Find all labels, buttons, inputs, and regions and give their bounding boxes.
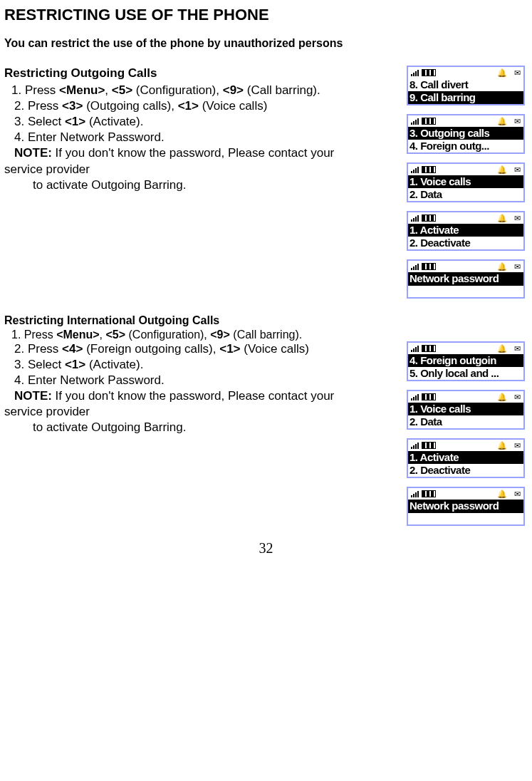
phone-statusbar: 🔔 ✉ [408,115,523,127]
mail-icon: ✉ [514,118,521,125]
menu-list: 4. Foreign outgoin5. Only local and ... [408,354,523,380]
mail-icon: ✉ [514,214,521,222]
status-left [411,490,436,497]
bell-icon: 🔔 [497,166,507,174]
mail-icon: ✉ [514,263,521,271]
bell-icon: 🔔 [497,442,507,450]
status-right: 🔔 ✉ [497,118,521,125]
text: , [100,329,106,341]
battery-icon [422,490,436,497]
section2-note-line2: service provider [4,404,401,420]
intro-text: You can restrict the use of the phone by… [4,37,528,50]
phone-screen: 🔔 ✉ 1. Activate2. Deactivate [407,438,525,478]
key-9: <9> [210,329,230,341]
signal-icon [411,393,419,400]
note-label: NOTE: [14,146,52,160]
page-number: 32 [4,540,528,557]
status-left [411,345,436,352]
status-left [411,263,436,270]
section2-heading: Restricting International Outgoing Calls [4,314,528,327]
signal-icon [411,490,419,497]
note-text: If you don't know the password, Please c… [52,389,334,403]
section1-step4: 4. Enter Network Password. [14,130,401,145]
text: (Call barring). [230,329,302,341]
signal-icon [411,442,419,449]
status-right: 🔔 ✉ [497,263,521,271]
text: 3. Select [14,115,65,128]
battery-icon [422,214,436,222]
page-title: RESTRICTING USE OF THE PHONE [4,6,528,24]
signal-icon [411,263,419,270]
key-9: <9> [223,83,244,97]
menu-list: 1. Activate2. Deactivate [408,224,523,249]
key-1: <1> [65,358,85,371]
section1-note-line1: NOTE: If you don't know the password, Pl… [14,145,401,161]
status-right: 🔔 ✉ [497,214,521,222]
status-right: 🔔 ✉ [497,393,521,401]
status-left [411,393,436,400]
text: (Configuration), [132,83,223,97]
section2-step3: 3. Select <1> (Activate). [14,357,401,373]
status-right: 🔔 ✉ [497,166,521,174]
text: 1. Press [11,329,56,341]
menu-item: 3. Outgoing calls [408,127,523,140]
text: (Activate). [85,115,143,128]
signal-icon [411,166,419,173]
key-1: <1> [178,99,199,113]
text: (Activate). [85,358,143,371]
mail-icon: ✉ [514,345,521,353]
menu-list: 3. Outgoing calls4. Foreign outg... [408,127,523,152]
section2-screens: 🔔 ✉ 4. Foreign outgoin5. Only local and … [407,341,528,526]
text: 1. Press [11,83,59,97]
key-4: <4> [62,342,83,356]
phone-statusbar: 🔔 ✉ [408,488,523,500]
section1-step2: 2. Press <3> (Outgoing calls), <1> (Voic… [14,98,401,114]
key-5: <5> [112,83,132,97]
menu-item: 1. Activate [408,224,523,237]
mail-icon: ✉ [514,490,521,498]
battery-icon [422,118,436,125]
text: (Voice calls) [241,342,309,356]
key-1: <1> [65,115,85,128]
signal-icon [411,214,419,222]
section1-text: Restricting Outgoing Calls 1. Press <Men… [4,66,401,193]
bell-icon: 🔔 [497,214,507,222]
mail-icon: ✉ [514,166,521,174]
phone-statusbar: 🔔 ✉ [408,212,523,224]
battery-icon [422,442,436,449]
phone-screen: 🔔 ✉ 4. Foreign outgoin5. Only local and … [407,341,525,381]
phone-screen: 🔔 ✉ Network password [407,487,525,526]
menu-item: 2. Data [408,188,523,201]
text: 2. Press [14,342,62,356]
bell-icon: 🔔 [497,263,507,271]
battery-icon [422,263,436,270]
mail-icon: ✉ [514,393,521,401]
key-1: <1> [219,342,240,356]
bell-icon: 🔔 [497,490,507,498]
menu-item: 5. Only local and ... [408,367,523,380]
menu-list: 1. Voice calls2. Data [408,175,523,201]
password-input [408,512,523,524]
phone-statusbar: 🔔 ✉ [408,261,523,272]
battery-icon [422,69,436,76]
menu-item: 1. Voice calls [408,175,523,188]
section2-note-line3: to activate Outgoing Barring. [33,420,401,435]
text: (Call barring). [244,83,320,97]
menu-item: 1. Activate [408,451,523,464]
status-right: 🔔 ✉ [497,69,521,77]
phone-screen: 🔔 ✉ 1. Voice calls2. Data [407,390,525,430]
section1-note-line2: service provider [4,162,401,177]
menu-list: 8. Call divert9. Call barring [408,78,523,104]
text: 3. Select [14,358,65,371]
menu-item: 4. Foreign outg... [408,140,523,152]
menu-list: 1. Activate2. Deactivate [408,451,523,477]
menu-item: 8. Call divert [408,78,523,91]
status-left [411,166,436,173]
menu-item: 4. Foreign outgoin [408,354,523,367]
text: , [105,83,111,97]
phone-screen: 🔔 ✉ 8. Call divert9. Call barring [407,66,525,105]
prompt-label: Network password [408,272,523,285]
status-left [411,442,436,449]
phone-statusbar: 🔔 ✉ [408,67,523,78]
section-restrict-international: 2. Press <4> (Foreign outgoing calls), <… [4,341,528,526]
